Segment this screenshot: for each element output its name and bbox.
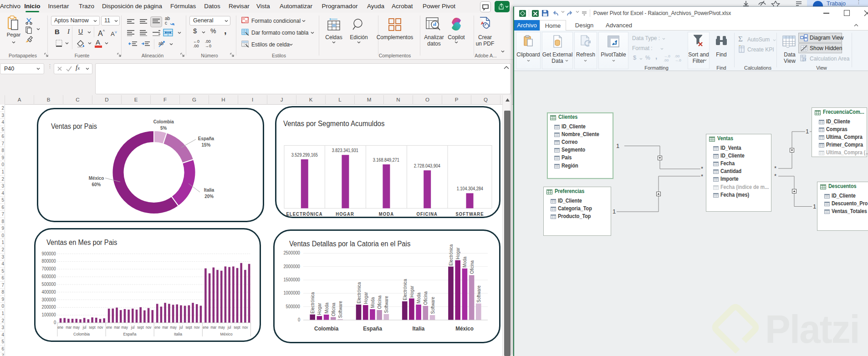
svg-text:1: 1 xyxy=(616,142,619,149)
svg-text:1: 1 xyxy=(613,208,616,215)
svg-text:1: 1 xyxy=(806,128,809,135)
svg-text:*: * xyxy=(774,165,776,172)
svg-text:fx: fx xyxy=(803,56,807,61)
svg-text:ab: ab xyxy=(158,41,164,46)
svg-text:*: * xyxy=(701,165,703,172)
svg-text:*: * xyxy=(701,173,703,180)
svg-text:1: 1 xyxy=(813,203,816,210)
svg-text:Platzi: Platzi xyxy=(765,306,859,351)
svg-text:*: * xyxy=(774,173,776,179)
